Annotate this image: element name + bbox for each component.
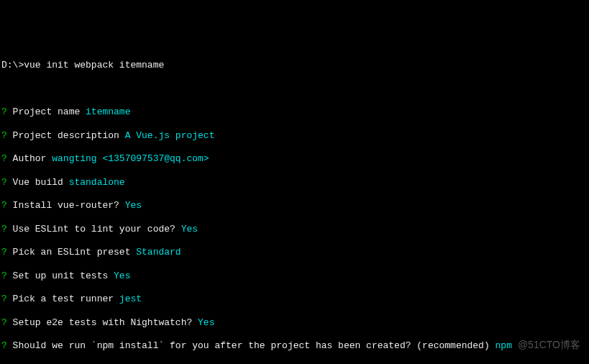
question-label: Project name — [7, 106, 86, 117]
question-answer: Yes — [181, 224, 198, 235]
question-answer: wangting <1357097537@qq.com> — [52, 153, 209, 164]
question-answer: Standard — [136, 247, 181, 258]
prompt-path: D:\> — [1, 60, 24, 70]
terminal-output: D:\>vue init webpack itemname ? Project … — [1, 48, 588, 364]
question-label: Should we run `npm install` for you afte… — [7, 340, 496, 351]
question-label: Author — [7, 153, 52, 164]
question-label: Use ESLint to lint your code? — [7, 224, 181, 235]
question-mark: ? — [1, 294, 7, 304]
question-mark: ? — [1, 153, 7, 164]
question-mark: ? — [1, 177, 7, 188]
question-label: Pick an ESLint preset — [7, 247, 136, 258]
question-label: Set up unit tests — [7, 270, 114, 281]
question-answer: itemname — [86, 106, 130, 117]
question-mark: ? — [1, 106, 7, 117]
question-mark: ? — [1, 317, 7, 328]
question-answer: Yes — [114, 270, 130, 281]
question-mark: ? — [1, 200, 7, 211]
question-mark: ? — [1, 224, 7, 235]
question-label: Vue build — [7, 177, 69, 188]
question-answer: npm — [496, 340, 512, 351]
command-text: vue init webpack itemname — [24, 60, 164, 70]
question-label: Setup e2e tests with Nightwatch? — [7, 317, 198, 328]
question-mark: ? — [1, 130, 7, 141]
watermark-text: @51CTO博客 — [518, 339, 580, 352]
question-mark: ? — [1, 247, 7, 258]
question-label: Install vue-router? — [7, 200, 125, 211]
question-mark: ? — [1, 340, 7, 351]
question-label: Pick a test runner — [7, 294, 119, 304]
question-answer: jest — [119, 294, 142, 304]
question-label: Project description — [7, 130, 125, 141]
question-mark: ? — [1, 270, 7, 281]
question-answer: Yes — [125, 200, 142, 211]
question-answer: Yes — [198, 317, 214, 328]
question-answer: standalone — [69, 177, 125, 188]
question-answer: A Vue.js project — [125, 130, 215, 141]
